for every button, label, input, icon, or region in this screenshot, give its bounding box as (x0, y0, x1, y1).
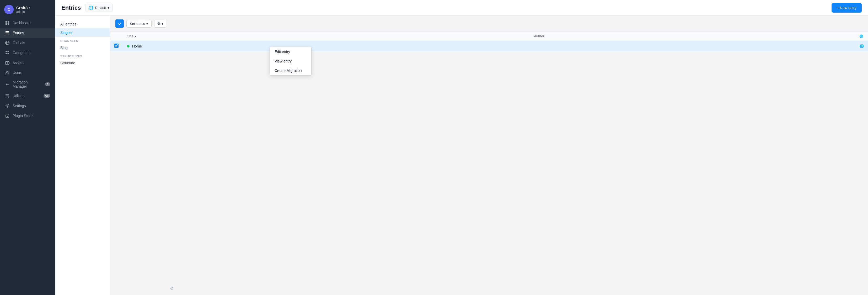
row-checkbox-cell[interactable] (110, 41, 123, 52)
context-menu-create-migration[interactable]: Create Migration (270, 66, 311, 75)
th-checkbox (110, 32, 123, 41)
left-nav-blog[interactable]: Blog (55, 43, 110, 52)
svg-rect-3 (8, 23, 9, 25)
svg-rect-1 (8, 21, 9, 23)
svg-rect-6 (5, 34, 9, 34)
set-status-button[interactable]: Set status ▾ (126, 20, 152, 28)
svg-point-14 (8, 96, 9, 98)
context-menu-view-entry[interactable]: View entry (270, 56, 311, 66)
left-nav-structure[interactable]: Structure (55, 59, 110, 67)
categories-icon (5, 50, 10, 55)
svg-rect-16 (6, 115, 9, 117)
toolbar: Set status ▾ ⚙ ▾ (110, 16, 868, 31)
globe-header-icon: 🌐 (859, 34, 863, 38)
sidebar-item-plugin-store[interactable]: Plugin Store (0, 111, 55, 121)
source-select-dropdown[interactable]: 🌐 Default ▾ (85, 4, 113, 12)
sidebar-item-label: Users (12, 70, 22, 75)
brand-admin: admin (16, 10, 30, 13)
status-dot (127, 45, 129, 48)
select-all-checkbox[interactable] (115, 20, 124, 28)
sidebar-item-settings[interactable]: Settings (0, 101, 55, 111)
sidebar-item-label: Settings (12, 104, 26, 108)
bottom-gear-icon[interactable]: ⚙ (170, 286, 174, 291)
th-author[interactable]: Author (530, 32, 855, 41)
svg-rect-2 (5, 23, 7, 25)
svg-rect-4 (5, 31, 9, 32)
sidebar-item-label: Assets (12, 61, 24, 65)
main-content: Entries 🌐 Default ▾ + New entry All entr… (55, 0, 868, 295)
left-nav-all-entries[interactable]: All entries (55, 20, 110, 28)
plugin-store-icon (5, 113, 10, 118)
svg-point-15 (6, 105, 8, 106)
utilities-icon (5, 93, 10, 98)
context-menu: Edit entry View entry Create Migration (270, 47, 312, 76)
sidebar-item-label: Utilities (12, 94, 24, 98)
globals-icon (5, 40, 10, 46)
sidebar-item-label: Dashboard (12, 21, 31, 25)
new-entry-button[interactable]: + New entry (832, 3, 862, 12)
users-icon (5, 70, 10, 75)
left-nav-panel: All entries Singles Channels Blog Struct… (55, 16, 110, 295)
sidebar-item-assets[interactable]: Assets (0, 58, 55, 68)
gear-icon: ⚙ (157, 22, 160, 26)
sidebar-item-migration-manager[interactable]: Migration Manager 1 (0, 78, 55, 91)
content-area: All entries Singles Channels Blog Struct… (55, 16, 868, 295)
svg-rect-5 (5, 33, 9, 33)
left-nav-singles[interactable]: Singles (55, 28, 110, 37)
row-title: Home (132, 44, 142, 48)
sidebar-item-entries[interactable]: Entries (0, 28, 55, 38)
gear-chevron-icon: ▾ (161, 22, 163, 26)
left-nav-channels-section: Channels (55, 37, 110, 43)
sort-icon: ▲ (134, 35, 137, 38)
sidebar-item-label: Entries (12, 31, 24, 35)
avatar: C (4, 5, 13, 14)
sidebar-brand: Craft3 ▾ admin (16, 5, 30, 13)
sidebar-item-utilities[interactable]: Utilities 68 (0, 91, 55, 101)
sidebar-header: C Craft3 ▾ admin (0, 0, 55, 18)
sidebar-nav: Dashboard Entries Globals Categories (0, 18, 55, 295)
topbar: Entries 🌐 Default ▾ + New entry (55, 0, 868, 16)
sidebar-item-globals[interactable]: Globals (0, 38, 55, 48)
sidebar: C Craft3 ▾ admin Dashboard Entries (0, 0, 55, 295)
sidebar-item-dashboard[interactable]: Dashboard (0, 18, 55, 28)
source-label: Default (95, 6, 106, 10)
source-chevron-icon: ▾ (107, 6, 110, 10)
svg-point-12 (6, 71, 8, 72)
svg-point-13 (8, 71, 9, 72)
dashboard-icon (5, 20, 10, 26)
assets-icon (5, 60, 10, 65)
svg-point-11 (7, 62, 8, 64)
utilities-badge: 68 (43, 94, 50, 98)
page-title: Entries (61, 4, 81, 11)
table-row[interactable]: Home 🌐 (110, 41, 868, 52)
th-globe: 🌐 (855, 32, 868, 41)
left-nav-structures-section: Structures (55, 52, 110, 59)
entries-icon (5, 30, 10, 35)
sidebar-item-categories[interactable]: Categories (0, 48, 55, 58)
sidebar-item-label: Categories (12, 51, 30, 55)
table-area: Set status ▾ ⚙ ▾ Edit entry View entry C… (110, 16, 868, 295)
context-menu-edit-entry[interactable]: Edit entry (270, 47, 311, 56)
sidebar-item-label: Plugin Store (12, 114, 33, 118)
row-author-cell (530, 41, 855, 52)
brand-chevron-icon: ▾ (29, 6, 30, 9)
row-checkbox[interactable] (114, 43, 119, 48)
sidebar-item-label: Globals (12, 41, 25, 45)
gear-dropdown-button[interactable]: ⚙ ▾ (154, 20, 166, 28)
row-globe-icon: 🌐 (859, 44, 864, 48)
set-status-chevron-icon: ▾ (146, 22, 148, 26)
entries-table: Title ▲ Author 🌐 (110, 31, 868, 52)
row-globe-cell: 🌐 (855, 41, 868, 52)
table-header-row: Title ▲ Author 🌐 (110, 32, 868, 41)
sidebar-item-label: Migration Manager (12, 80, 42, 88)
row-title-cell: Home (123, 41, 530, 52)
svg-rect-0 (5, 21, 7, 23)
topbar-left: Entries 🌐 Default ▾ (61, 4, 113, 12)
sidebar-item-users[interactable]: Users (0, 68, 55, 78)
migration-icon (5, 82, 10, 87)
globe-icon: 🌐 (89, 5, 94, 10)
settings-icon (5, 103, 10, 109)
brand-name: Craft3 (16, 5, 28, 10)
th-title[interactable]: Title ▲ (123, 32, 530, 41)
set-status-label: Set status (130, 22, 145, 26)
